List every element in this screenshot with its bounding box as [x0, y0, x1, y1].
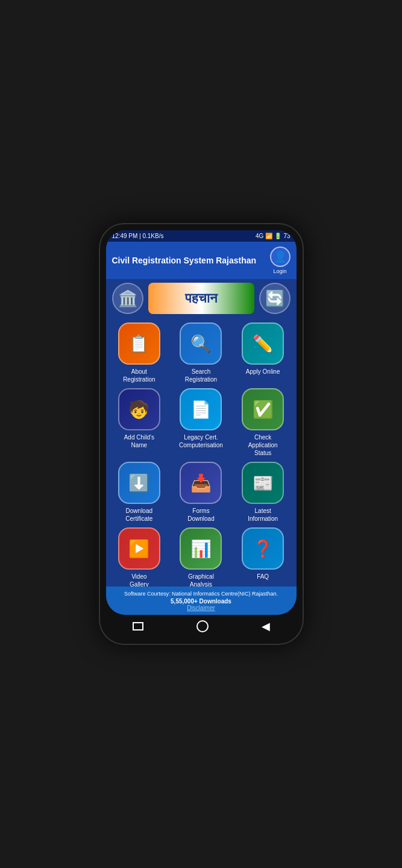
recents-button[interactable] [133, 622, 143, 631]
banner-section: 🏛️ पहचान 🔄 [106, 279, 297, 318]
icon-box-video-gallery: ▶️ [118, 527, 160, 570]
app-title: Civil Registration System Rajasthan [112, 256, 270, 265]
grid-item-latest-information[interactable]: 📰Latest Information [234, 462, 292, 523]
emblem-logo: 🏛️ [112, 283, 143, 314]
phone-screen: 12:49 PM | 0.1KB/s 4G 📶 🔋 73 Civil Regis… [106, 230, 297, 615]
label-check-application: Check Application Status [248, 433, 278, 457]
label-graphical-analysis: Graphical Analysis [188, 573, 214, 587]
icon-graphical-analysis: 📊 [190, 539, 212, 559]
grid-item-download-certificate[interactable]: ⬇️Download Certificate [111, 462, 168, 523]
label-search-registration: Search Registration [185, 368, 217, 383]
label-about-registration: About Registration [123, 368, 155, 383]
emblem-icon: 🏛️ [118, 289, 137, 308]
home-button[interactable] [196, 620, 209, 632]
label-add-childs-name: Add Child's Name [124, 433, 154, 449]
time-display: 12:49 PM | 0.1KB/s [112, 233, 164, 239]
network-indicator: 4G [256, 233, 263, 239]
icon-forms-download: 📥 [190, 473, 212, 493]
battery-display: 🔋 [274, 233, 281, 239]
battery-value: 73 [283, 233, 290, 239]
status-right: 4G 📶 🔋 73 [256, 233, 290, 239]
refresh-icon: 🔄 [265, 289, 284, 308]
icon-box-graphical-analysis: 📊 [180, 527, 222, 570]
app-header: Civil Registration System Rajasthan 👤 Lo… [106, 242, 297, 279]
grid-item-graphical-analysis[interactable]: 📊Graphical Analysis [172, 527, 230, 587]
icon-box-add-childs-name: 🧒 [118, 388, 160, 430]
login-button[interactable]: 👤 Login [270, 247, 291, 274]
label-forms-download: Forms Download [187, 507, 214, 523]
grid-item-legacy-cert[interactable]: 📄Legacy Cert. Computerisation [172, 388, 230, 457]
grid-item-faq[interactable]: ❓FAQ [234, 527, 292, 587]
icon-legacy-cert: 📄 [190, 400, 212, 420]
grid-item-add-childs-name[interactable]: 🧒Add Child's Name [111, 388, 168, 457]
label-faq: FAQ [257, 573, 269, 580]
menu-grid: 📋About Registration🔍Search Registration✏… [106, 318, 297, 587]
login-label: Login [273, 268, 286, 274]
grid-item-check-application[interactable]: ✅Check Application Status [234, 388, 292, 457]
icon-box-forms-download: 📥 [180, 462, 222, 504]
grid-item-apply-online[interactable]: ✏️Apply Online [234, 322, 292, 383]
footer-section: Software Courtesy: National Informatics … [106, 587, 297, 615]
nav-bar: ◀ [106, 615, 297, 638]
label-apply-online: Apply Online [246, 368, 280, 376]
footer-downloads: 5,55,000+ Downloads [112, 598, 291, 605]
icon-faq: ❓ [253, 539, 274, 559]
footer-courtesy: Software Courtesy: National Informatics … [112, 590, 291, 599]
icon-box-legacy-cert: 📄 [180, 388, 222, 430]
icon-download-certificate: ⬇️ [128, 473, 149, 493]
icon-add-childs-name: 🧒 [128, 400, 149, 420]
icon-box-search-registration: 🔍 [180, 322, 222, 365]
label-download-certificate: Download Certificate [125, 507, 152, 523]
label-video-gallery: Video Gallery [130, 573, 149, 587]
icon-video-gallery: ▶️ [128, 539, 149, 559]
icon-box-check-application: ✅ [242, 388, 284, 430]
icon-box-latest-information: 📰 [242, 462, 284, 504]
grid-item-about-registration[interactable]: 📋About Registration [111, 322, 168, 383]
label-legacy-cert: Legacy Cert. Computerisation [179, 433, 223, 449]
status-left: 12:49 PM | 0.1KB/s [112, 233, 164, 239]
icon-box-download-certificate: ⬇️ [118, 462, 160, 504]
icon-search-registration: 🔍 [190, 334, 212, 354]
icon-check-application: ✅ [253, 400, 274, 420]
back-button[interactable]: ◀ [262, 620, 270, 633]
icon-apply-online: ✏️ [253, 334, 274, 354]
hindi-title: पहचान [185, 291, 218, 306]
grid-item-forms-download[interactable]: 📥Forms Download [172, 462, 230, 523]
grid-item-video-gallery[interactable]: ▶️Video Gallery [111, 527, 168, 587]
icon-box-about-registration: 📋 [118, 322, 160, 365]
refresh-logo: 🔄 [259, 283, 291, 314]
footer-disclaimer[interactable]: Disclaimer [112, 605, 291, 611]
icon-about-registration: 📋 [128, 334, 149, 354]
icon-box-apply-online: ✏️ [242, 322, 284, 365]
grid-item-search-registration[interactable]: 🔍Search Registration [172, 322, 230, 383]
status-bar: 12:49 PM | 0.1KB/s 4G 📶 🔋 73 [106, 230, 297, 242]
login-avatar: 👤 [270, 247, 291, 267]
signal-icon: 📶 [265, 233, 272, 239]
icon-box-faq: ❓ [242, 527, 284, 570]
banner-hindi-text: पहचान [148, 283, 254, 314]
icon-latest-information: 📰 [253, 473, 274, 493]
label-latest-information: Latest Information [248, 507, 278, 523]
phone-shell: 12:49 PM | 0.1KB/s 4G 📶 🔋 73 Civil Regis… [99, 223, 304, 645]
